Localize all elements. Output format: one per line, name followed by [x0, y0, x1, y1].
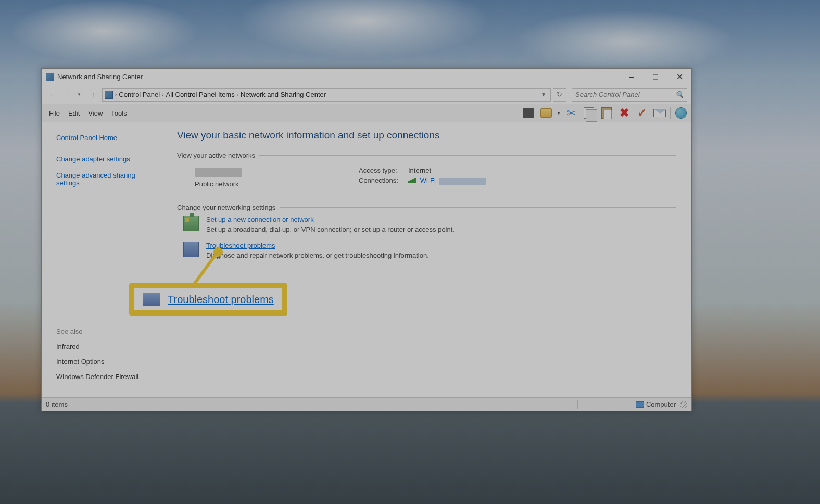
connections-label: Connections: — [359, 177, 408, 185]
access-type-label: Access type: — [359, 167, 408, 174]
see-also-infrared[interactable]: Infrared — [56, 343, 155, 350]
troubleshoot-desc: Diagnose and repair network problems, or… — [206, 251, 429, 259]
mail-button[interactable] — [652, 106, 667, 120]
callout-dot — [213, 247, 223, 257]
wifi-ssid-redacted — [439, 178, 486, 185]
refresh-button[interactable]: ↻ — [553, 88, 566, 102]
computer-icon — [636, 401, 644, 408]
access-type-value: Internet — [408, 167, 431, 174]
preview-pane-button[interactable] — [521, 106, 536, 120]
new-connection-icon — [183, 216, 199, 231]
setup-connection-desc: Set up a broadband, dial-up, or VPN conn… — [206, 225, 455, 233]
networking-settings-header: Change your networking settings — [177, 204, 676, 211]
wifi-signal-icon — [408, 178, 416, 183]
cut-button[interactable]: ✂ — [564, 106, 578, 120]
control-panel-icon — [105, 91, 113, 99]
setting-troubleshoot: Troubleshoot problems Diagnose and repai… — [183, 242, 676, 259]
callout-box: Troubleshoot problems — [129, 283, 287, 316]
paste-button[interactable] — [599, 106, 614, 120]
troubleshoot-icon — [183, 242, 199, 257]
undo-button[interactable]: ✓ — [635, 106, 649, 120]
setting-new-connection: Set up a new connection or network Set u… — [183, 216, 676, 233]
titlebar: Network and Sharing Center – □ ✕ — [42, 69, 691, 85]
chevron-right-icon: › — [162, 92, 163, 97]
menu-file[interactable]: File — [45, 107, 64, 119]
close-button[interactable]: ✕ — [667, 69, 691, 85]
menu-tools[interactable]: Tools — [107, 107, 131, 119]
sidebar: Control Panel Home Change adapter settin… — [42, 122, 161, 397]
path-seg-0[interactable]: Control Panel — [119, 91, 160, 98]
folder-options-button[interactable] — [539, 106, 553, 120]
status-items-count: 0 items — [46, 400, 68, 408]
sidebar-link-cphome[interactable]: Control Panel Home — [56, 134, 155, 142]
control-panel-window: Network and Sharing Center – □ ✕ ← → ▼ ↑… — [41, 68, 692, 411]
active-networks-row: Public network Access type: Internet Con… — [185, 165, 676, 188]
body: Control Panel Home Change adapter settin… — [42, 122, 691, 397]
copy-button[interactable] — [582, 106, 596, 120]
status-computer-label: Computer — [646, 400, 676, 408]
troubleshoot-icon — [143, 293, 160, 306]
see-also-firewall[interactable]: Windows Defender Firewall — [56, 373, 155, 381]
recent-dropdown[interactable]: ▼ — [73, 89, 85, 101]
callout-troubleshoot-link: Troubleshoot problems — [168, 294, 274, 306]
page-heading: View your basic network information and … — [177, 130, 676, 141]
resize-grip[interactable] — [680, 401, 687, 408]
chevron-right-icon: › — [237, 92, 238, 97]
see-also-block: See also Infrared Internet Options Windo… — [56, 327, 155, 391]
menu-view[interactable]: View — [84, 107, 107, 119]
search-icon: 🔍 — [675, 91, 684, 98]
nav-bar: ← → ▼ ↑ › Control Panel › All Control Pa… — [42, 85, 691, 104]
path-seg-2[interactable]: Network and Sharing Center — [241, 91, 326, 98]
toolbar: ▼ ✂ ✖ ✓ — [521, 106, 688, 120]
menu-bar: File Edit View Tools ▼ ✂ ✖ ✓ — [42, 104, 691, 122]
menu-edit[interactable]: Edit — [64, 107, 84, 119]
see-also-header: See also — [56, 327, 155, 335]
search-input[interactable]: Search Control Panel 🔍 — [572, 88, 687, 102]
wifi-connection-link[interactable]: Wi-Fi — [420, 177, 436, 184]
maximize-button[interactable]: □ — [644, 69, 667, 85]
sidebar-link-advanced-sharing[interactable]: Change advanced sharing settings — [56, 171, 155, 187]
path-seg-1[interactable]: All Control Panel Items — [166, 91, 234, 98]
address-bar[interactable]: › Control Panel › All Control Panel Item… — [102, 88, 551, 102]
address-dropdown[interactable]: ▼ — [539, 92, 548, 97]
delete-button[interactable]: ✖ — [617, 106, 632, 120]
divider — [670, 107, 671, 119]
forward-button[interactable]: → — [60, 89, 73, 101]
network-center-icon — [46, 73, 54, 81]
sidebar-link-adapter[interactable]: Change adapter settings — [56, 155, 155, 163]
status-bar: 0 items Computer — [42, 397, 691, 411]
chevron-right-icon: › — [115, 92, 117, 97]
back-button[interactable]: ← — [46, 89, 58, 101]
see-also-internet-options[interactable]: Internet Options — [56, 358, 155, 366]
active-networks-header: View your active networks — [177, 152, 676, 159]
web-button[interactable] — [674, 106, 688, 120]
chevron-down-icon[interactable]: ▼ — [557, 111, 561, 116]
up-button[interactable]: ↑ — [87, 89, 100, 101]
content-area: View your basic network information and … — [161, 122, 691, 397]
search-placeholder: Search Control Panel — [575, 91, 640, 98]
setup-connection-link[interactable]: Set up a new connection or network — [206, 216, 314, 223]
network-type-label: Public network — [195, 180, 352, 188]
minimize-button[interactable]: – — [620, 69, 644, 85]
window-title: Network and Sharing Center — [57, 73, 143, 81]
network-name-redacted — [195, 168, 242, 177]
